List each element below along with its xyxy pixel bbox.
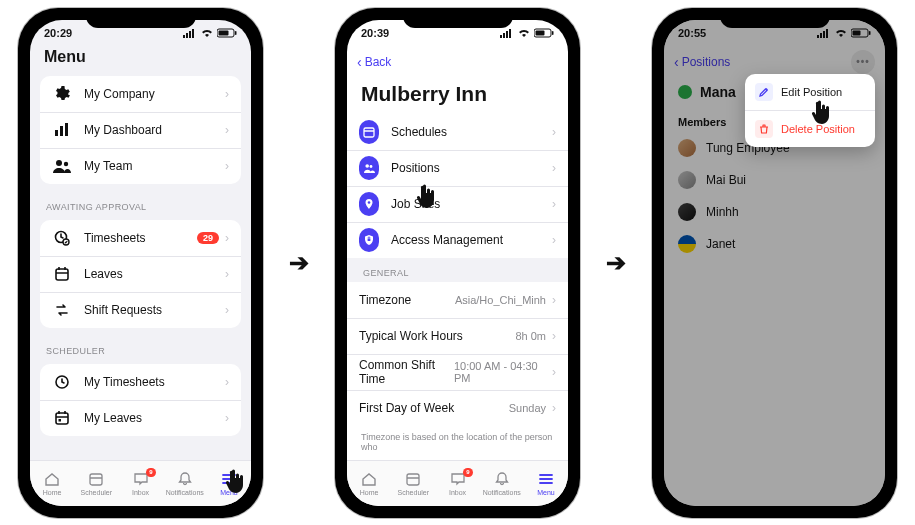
chevron-right-icon: ›: [552, 329, 556, 343]
chevron-right-icon: ›: [552, 233, 556, 247]
row-label: Positions: [391, 161, 440, 175]
arrow-icon: ➔: [289, 249, 309, 277]
tab-home[interactable]: Home: [30, 461, 74, 506]
svg-point-28: [370, 165, 373, 168]
tab-label: Scheduler: [81, 489, 113, 496]
setting-common-shift[interactable]: Common Shift Time 10:00 AM - 04:30 PM›: [347, 354, 568, 390]
pin-circle-icon: [359, 192, 379, 216]
chevron-right-icon: ›: [225, 267, 229, 281]
menu-item-my-leaves[interactable]: My Leaves ›: [40, 400, 241, 436]
gear-icon: [52, 84, 72, 104]
svg-point-11: [64, 162, 68, 166]
general-footnote: Timezone is based on the location of the…: [347, 426, 568, 454]
bars-icon: [52, 120, 72, 140]
nav-job-sites[interactable]: Job Sites ›: [347, 186, 568, 222]
menu-item-label: My Timesheets: [84, 375, 165, 389]
inbox-badge: 9: [146, 468, 155, 477]
tab-label: Home: [360, 489, 379, 496]
nav-access-management[interactable]: Access Management ›: [347, 222, 568, 258]
menu-item-shift-requests[interactable]: Shift Requests ›: [40, 292, 241, 328]
menu-item-leaves[interactable]: Leaves ›: [40, 256, 241, 292]
menu-item-my-dashboard[interactable]: My Dashboard ›: [40, 112, 241, 148]
phone-1: 20:29 Menu My Company ›: [18, 8, 263, 518]
chevron-right-icon: ›: [552, 293, 556, 307]
menu-item-label: My Team: [84, 159, 132, 173]
nav-schedules[interactable]: Schedules ›: [347, 114, 568, 150]
page-title: Menu: [30, 46, 251, 72]
calendar-small-icon: [404, 470, 422, 488]
tab-home[interactable]: Home: [347, 461, 391, 506]
menu-item-my-team[interactable]: My Team ›: [40, 148, 241, 184]
phone-3: 20:55 ‹Positions ••• Mana Members Tung E…: [652, 8, 897, 518]
svg-rect-14: [56, 269, 68, 280]
svg-rect-2: [189, 31, 191, 38]
tab-label: Home: [43, 489, 62, 496]
team-icon: [52, 156, 72, 176]
back-label: Back: [365, 55, 392, 69]
status-time: 20:29: [44, 27, 72, 39]
people-circle-icon: [359, 156, 379, 180]
hand-pointer-icon: [810, 100, 832, 126]
menu-item-label: My Leaves: [84, 411, 142, 425]
tab-menu[interactable]: Menu: [524, 461, 568, 506]
svg-rect-1: [186, 33, 188, 38]
calendar-circle-icon: [359, 120, 379, 144]
svg-point-29: [368, 201, 371, 204]
row-value: Asia/Ho_Chi_Minh: [455, 294, 546, 306]
action-label: Edit Position: [781, 86, 842, 98]
tab-scheduler[interactable]: Scheduler: [74, 461, 118, 506]
menu-item-my-timesheets[interactable]: My Timesheets ›: [40, 364, 241, 400]
wifi-icon: [518, 28, 530, 38]
menu-item-timesheets[interactable]: Timesheets 29›: [40, 220, 241, 256]
menu-item-label: My Dashboard: [84, 123, 162, 137]
svg-rect-20: [503, 33, 505, 38]
menu-item-label: Shift Requests: [84, 303, 162, 317]
setting-first-day[interactable]: First Day of Week Sunday›: [347, 390, 568, 426]
menu-group-company: My Company › My Dashboard › My Team ›: [40, 76, 241, 184]
menu-group-awaiting: Timesheets 29› Leaves › Shift Requests ›: [40, 220, 241, 328]
tab-notifications[interactable]: Notifications: [480, 461, 524, 506]
svg-rect-24: [552, 31, 554, 35]
company-primary-list: Schedules › Positions › Job Sites ›: [347, 114, 568, 258]
section-scheduler: SCHEDULER: [30, 336, 251, 360]
tab-inbox[interactable]: 9Inbox: [435, 461, 479, 506]
tab-scheduler[interactable]: Scheduler: [391, 461, 435, 506]
phone-notch: [720, 8, 830, 28]
nav-positions[interactable]: Positions ›: [347, 150, 568, 186]
svg-rect-17: [59, 419, 62, 422]
hand-pointer-icon: [415, 184, 437, 210]
chevron-right-icon: ›: [552, 125, 556, 139]
chevron-right-icon: ›: [552, 161, 556, 175]
setting-timezone[interactable]: Timezone Asia/Ho_Chi_Minh›: [347, 282, 568, 318]
signal-icon: [183, 28, 197, 38]
phone-notch: [86, 8, 196, 28]
three-phone-flow: 20:29 Menu My Company ›: [0, 0, 915, 525]
row-label: Typical Work Hours: [359, 329, 463, 343]
svg-rect-6: [219, 30, 229, 35]
inbox-icon: 9: [449, 470, 467, 488]
svg-rect-16: [56, 413, 68, 424]
hand-pointer-icon: [224, 469, 246, 495]
tabbar: Home Scheduler 9Inbox Notifications Menu: [30, 460, 251, 506]
svg-rect-25: [536, 30, 545, 35]
inbox-icon: 9: [132, 470, 150, 488]
chevron-right-icon: ›: [225, 123, 229, 137]
menu-item-my-company[interactable]: My Company ›: [40, 76, 241, 112]
svg-rect-18: [90, 474, 102, 485]
arrow-icon: ➔: [606, 249, 626, 277]
tab-inbox[interactable]: 9Inbox: [118, 461, 162, 506]
tabbar: Home Scheduler 9Inbox Notifications Menu: [347, 460, 568, 506]
tab-label: Menu: [537, 489, 555, 496]
svg-point-27: [365, 164, 369, 168]
svg-rect-3: [192, 29, 194, 38]
setting-work-hours[interactable]: Typical Work Hours 8h 0m›: [347, 318, 568, 354]
row-label: Access Management: [391, 233, 503, 247]
timesheet-icon: [52, 228, 72, 248]
home-icon: [43, 470, 61, 488]
edit-icon: [755, 83, 773, 101]
back-button[interactable]: ‹Back: [357, 55, 391, 69]
swap-icon: [52, 300, 72, 320]
chevron-right-icon: ›: [225, 411, 229, 425]
tab-notifications[interactable]: Notifications: [163, 461, 207, 506]
chevron-right-icon: ›: [552, 365, 556, 379]
